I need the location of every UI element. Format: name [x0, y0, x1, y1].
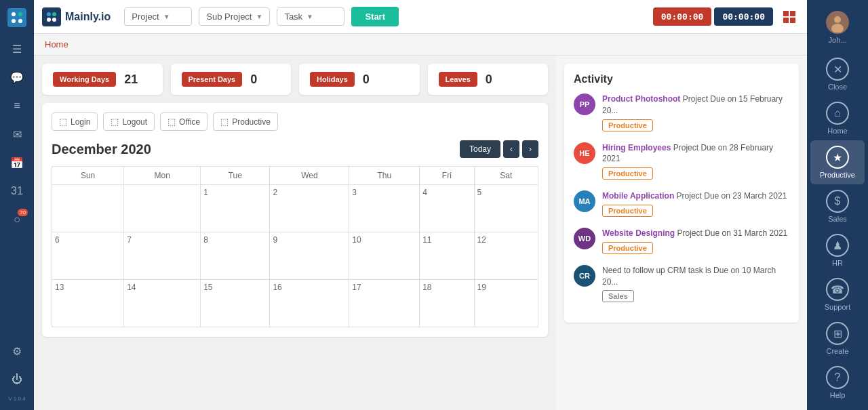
calendar-cell[interactable]: 14 — [124, 280, 201, 327]
activity-badge: Productive — [602, 205, 653, 217]
stat-present-days: Present Days 0 — [171, 64, 292, 95]
calendar-cell[interactable]: 16 — [270, 280, 349, 327]
sidebar-calendar-icon[interactable]: 📅 — [5, 150, 29, 175]
svg-point-5 — [47, 12, 51, 16]
filter-office[interactable]: ⬚ Office — [160, 112, 208, 131]
task-dropdown[interactable]: Task ▼ — [277, 7, 344, 26]
right-nav-item-home[interactable]: ⌂Home — [810, 96, 865, 140]
activity-badge: Sales — [602, 290, 634, 302]
right-nav-label: HR — [832, 259, 843, 267]
right-nav-label: Help — [830, 391, 846, 399]
right-nav-label: Sales — [828, 215, 847, 223]
right-nav-item-close[interactable]: ✕Close — [810, 52, 865, 96]
calendar-cell[interactable]: 7 — [124, 232, 201, 280]
right-nav-user[interactable]: Joh... — [810, 5, 865, 49]
timer-display: 00:00:00 00:00:00 — [653, 7, 773, 26]
left-panel: Working Days 21 Present Days 0 Holidays … — [34, 56, 556, 410]
calendar-section: ⬚ Login ⬚ Logout ⬚ Office ⬚ Productive — [42, 103, 548, 337]
activity-project-link[interactable]: Mobile Application — [602, 191, 674, 201]
sidebar-menu-icon[interactable]: ☰ — [5, 37, 29, 61]
svg-point-4 — [18, 19, 22, 23]
calendar-cell[interactable]: 5 — [474, 185, 538, 232]
calendar-cell[interactable]: 12 — [474, 232, 538, 280]
right-nav-label: Support — [825, 303, 851, 311]
calendar-header: December 2020 Today ‹ › — [52, 140, 538, 158]
activity-project-link[interactable]: Product Photoshoot — [602, 94, 680, 104]
activity-project-link[interactable]: Website Designing — [602, 228, 675, 238]
sales-icon: $ — [826, 190, 849, 213]
activity-avatar: CR — [574, 265, 595, 287]
calendar-cell[interactable]: 13 — [52, 280, 124, 327]
stat-holidays: Holidays 0 — [299, 64, 420, 95]
calendar-cell[interactable]: 1 — [201, 185, 270, 232]
subproject-dropdown-arrow: ▼ — [256, 13, 262, 20]
activity-project-link[interactable]: Hiring Employees — [602, 143, 671, 152]
calendar-cell[interactable]: 4 — [420, 185, 474, 232]
prev-month-button[interactable]: ‹ — [503, 140, 519, 158]
home-icon: ⌂ — [826, 102, 849, 125]
logo-icon — [42, 7, 61, 26]
right-nav-item-help[interactable]: ?Help — [810, 361, 865, 405]
project-dropdown-arrow: ▼ — [163, 13, 170, 20]
task-dropdown-arrow: ▼ — [307, 13, 313, 20]
filter-login[interactable]: ⬚ Login — [52, 112, 98, 131]
next-month-button[interactable]: › — [522, 140, 538, 158]
sidebar-mail-icon[interactable]: ✉ — [5, 122, 29, 146]
user-name: Joh... — [829, 36, 847, 44]
sidebar-notification-icon[interactable]: ○ 70 — [5, 207, 29, 232]
timer-1: 00:00:00 — [653, 7, 712, 26]
holidays-value: 0 — [363, 73, 370, 87]
cal-day-sat: Sat — [474, 167, 538, 185]
sidebar-settings-icon[interactable]: ⚙ — [5, 339, 29, 363]
calendar-cell[interactable]: 15 — [201, 280, 270, 327]
sidebar-power-icon[interactable]: ⏻ — [5, 367, 29, 392]
leaves-value: 0 — [486, 73, 492, 87]
right-nav-item-create[interactable]: ⊞Create — [810, 316, 865, 361]
right-nav-item-hr[interactable]: ♟HR — [810, 228, 865, 272]
help-icon: ? — [826, 366, 849, 389]
activity-badge: Productive — [602, 167, 653, 180]
calendar-cell[interactable]: 6 — [52, 232, 124, 280]
calendar-cell[interactable] — [124, 185, 201, 232]
sidebar-list-icon[interactable]: ≡ — [5, 94, 29, 118]
calendar-nav: Today ‹ › — [460, 140, 538, 158]
app-logo[interactable] — [5, 5, 29, 30]
calendar-cell[interactable]: 9 — [270, 232, 349, 280]
stats-row: Working Days 21 Present Days 0 Holidays … — [42, 64, 548, 95]
start-button[interactable]: Start — [351, 7, 399, 26]
user-avatar — [826, 11, 849, 34]
calendar-cell[interactable]: 11 — [420, 232, 474, 280]
project-dropdown[interactable]: Project ▼ — [124, 7, 192, 26]
grid-icon[interactable] — [780, 7, 799, 26]
subproject-dropdown[interactable]: Sub Project ▼ — [199, 7, 270, 26]
filter-productive[interactable]: ⬚ Productive — [213, 112, 278, 131]
calendar-cell[interactable]: 8 — [201, 232, 270, 280]
calendar-cell[interactable]: 3 — [349, 185, 420, 232]
filter-logout[interactable]: ⬚ Logout — [103, 112, 155, 131]
leaves-label: Leaves — [439, 72, 477, 87]
activity-text: Website Designing Project Due on 31 Marc… — [602, 228, 789, 239]
sidebar-date-icon[interactable]: 31 — [5, 179, 29, 203]
sidebar-chat-icon[interactable]: 💬 — [5, 65, 29, 89]
right-nav-item-support[interactable]: ☎Support — [810, 272, 865, 316]
activity-body: Mobile Application Project Due on 23 Mar… — [602, 190, 789, 217]
activity-body: Hiring Employees Project Due on 28 Febru… — [602, 142, 789, 180]
right-nav-label: Close — [828, 83, 847, 91]
calendar-cell[interactable] — [52, 185, 124, 232]
activity-text: Product Photoshoot Project Due on 15 Feb… — [602, 94, 789, 117]
calendar-filter-row: ⬚ Login ⬚ Logout ⬚ Office ⬚ Productive — [52, 112, 538, 131]
calendar-cell[interactable]: 17 — [349, 280, 420, 327]
right-nav-items: ✕Close⌂Home★Productive$Sales♟HR☎Support⊞… — [810, 52, 865, 405]
cal-day-sun: Sun — [52, 167, 124, 185]
right-nav-item-productive[interactable]: ★Productive — [810, 140, 865, 184]
activity-item: MAMobile Application Project Due on 23 M… — [574, 190, 789, 217]
app-version: V 1.0.4 — [8, 396, 25, 405]
right-nav-item-sales[interactable]: $Sales — [810, 184, 865, 228]
working-days-value: 21 — [124, 73, 138, 87]
calendar-cell[interactable]: 19 — [474, 280, 538, 327]
today-button[interactable]: Today — [460, 140, 500, 158]
calendar-cell[interactable]: 10 — [349, 232, 420, 280]
calendar-cell[interactable]: 18 — [420, 280, 474, 327]
calendar-cell[interactable]: 2 — [270, 185, 349, 232]
svg-rect-9 — [783, 11, 789, 16]
